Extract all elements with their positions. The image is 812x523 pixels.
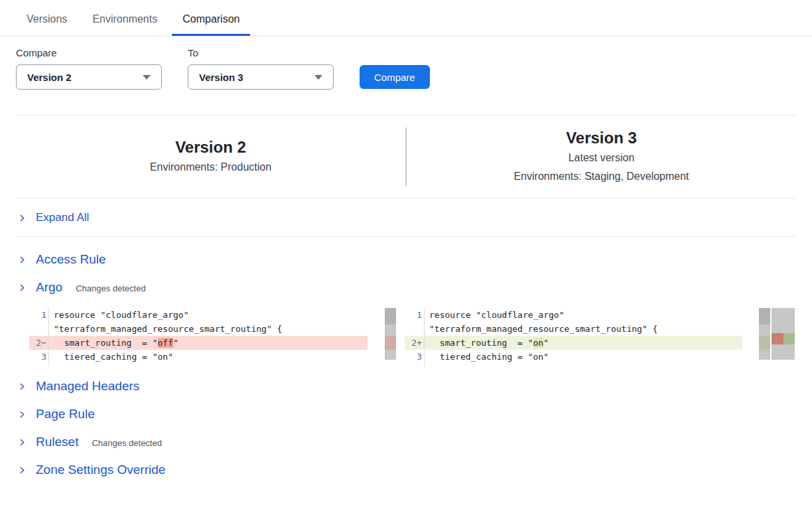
line-number: 1 — [417, 310, 422, 320]
line-number: 2 — [36, 338, 41, 348]
code-text: smart_routing = "off" — [49, 338, 178, 348]
scrollbar[interactable] — [759, 308, 770, 360]
diff-line: "terraform_managed_resource_smart_routin… — [29, 322, 368, 336]
left-version-title: Version 2 — [16, 137, 405, 157]
to-field: To Version 3 — [188, 47, 334, 90]
compare-version-select[interactable]: Version 2 — [16, 64, 162, 90]
minimap-added-marker — [783, 333, 795, 344]
chevron-right-icon — [18, 438, 27, 447]
line-number: 3 — [417, 352, 422, 362]
code-text: resource "cloudflare_argo" — [49, 310, 189, 320]
scrollbar[interactable] — [385, 308, 396, 360]
chevron-right-icon — [18, 256, 27, 264]
right-version-environments: Environments: Staging, Development — [407, 167, 796, 186]
compare-field: Compare Version 2 — [16, 47, 162, 90]
code-text: } — [425, 366, 435, 366]
changes-detected-badge: Changes detected — [92, 438, 162, 448]
left-version-environments: Environments: Production — [16, 158, 405, 177]
section-managed-headers[interactable]: Managed Headers — [16, 372, 796, 400]
diff-line: } — [29, 364, 368, 366]
chevron-down-icon — [314, 75, 322, 80]
added-word-highlight: on — [533, 338, 544, 348]
diff-panel-old: 1 resource "cloudflare_argo" "terraform_… — [29, 308, 396, 366]
compare-version-value: Version 2 — [27, 72, 72, 83]
chevron-right-icon — [18, 283, 27, 292]
section-label: Managed Headers — [36, 379, 139, 394]
code-text: resource "cloudflare_argo" — [425, 310, 565, 320]
scrollbar-thumb[interactable] — [759, 308, 770, 325]
chevron-down-icon — [143, 75, 151, 80]
section-label: Page Rule — [36, 407, 95, 421]
diff-line: 1 resource "cloudflare_argo" — [405, 308, 742, 322]
code-text: "terraform_managed_resource_smart_routin… — [49, 324, 282, 334]
tab-comparison[interactable]: Comparison — [172, 8, 250, 36]
section-page-rule[interactable]: Page Rule — [16, 400, 796, 428]
section-label: Access Rule — [36, 252, 106, 267]
expand-all-label: Expand All — [36, 211, 89, 224]
line-number: 2 — [411, 338, 417, 348]
code-text: tiered_caching = "on" — [49, 352, 173, 362]
tab-bar: Versions Environments Comparison — [0, 8, 812, 37]
code-lines: 1 resource "cloudflare_argo" "terraform_… — [29, 308, 368, 366]
section-zone-settings-override[interactable]: Zone Settings Override — [16, 456, 796, 484]
compare-button[interactable]: Compare — [360, 65, 430, 89]
diff-line: "terraform_managed_resource_smart_routin… — [405, 322, 742, 336]
diff-line: 1 resource "cloudflare_argo" — [29, 308, 368, 322]
chevron-right-icon — [18, 410, 27, 419]
removed-word-highlight: off — [158, 338, 173, 348]
to-version-select[interactable]: Version 3 — [188, 64, 334, 90]
scrollbar-thumb[interactable] — [385, 308, 396, 325]
version-header-right: Version 3 Latest version Environments: S… — [407, 127, 796, 185]
diff-line: } — [405, 364, 742, 366]
code-text: tiered_caching = "on" — [425, 352, 549, 362]
scrollbar-removed-tint — [385, 336, 396, 350]
version-headers: Version 2 Environments: Production Versi… — [16, 115, 796, 198]
section-label: Argo — [36, 280, 62, 295]
diff-panel-new: 1 resource "cloudflare_argo" "terraform_… — [405, 308, 795, 366]
diff-minimap[interactable] — [772, 308, 795, 360]
code-text: smart_routing = "on" — [425, 338, 549, 348]
right-version-latest: Latest version — [407, 149, 796, 167]
argo-diff: 1 resource "cloudflare_argo" "terraform_… — [0, 308, 812, 366]
chevron-right-icon — [18, 466, 27, 475]
removed-sign: − — [41, 338, 46, 348]
diff-line-removed: 2− smart_routing = "off" — [29, 336, 368, 350]
diff-line: 3 tiered_caching = "on" — [29, 350, 368, 364]
changes-detected-badge: Changes detected — [76, 283, 146, 293]
diff-line-added: 2+ smart_routing = "on" — [405, 336, 742, 350]
right-version-title: Version 3 — [407, 127, 796, 148]
expand-all-row[interactable]: Expand All — [16, 198, 796, 236]
to-field-label: To — [188, 47, 334, 58]
section-label: Zone Settings Override — [36, 463, 165, 477]
scrollbar-added-tint — [759, 336, 770, 350]
tab-environments[interactable]: Environments — [82, 8, 168, 36]
line-number: 1 — [41, 310, 46, 320]
section-label: Ruleset — [36, 435, 78, 449]
code-text: "terraform_managed_resource_smart_routin… — [425, 324, 657, 334]
compare-field-label: Compare — [16, 47, 162, 58]
diff-line: 3 tiered_caching = "on" — [405, 350, 742, 364]
to-version-value: Version 3 — [199, 72, 243, 83]
chevron-right-icon — [18, 382, 27, 391]
compare-controls: Compare Version 2 To Version 3 Compare — [16, 47, 796, 90]
minimap-removed-marker — [772, 333, 783, 344]
section-ruleset[interactable]: Ruleset Changes detected — [16, 428, 796, 456]
added-sign: + — [417, 338, 422, 348]
line-number: 3 — [41, 352, 46, 362]
section-access-rule[interactable]: Access Rule — [16, 246, 796, 273]
chevron-right-icon — [18, 214, 27, 222]
version-header-left: Version 2 Environments: Production — [16, 137, 405, 176]
code-text: } — [49, 366, 59, 366]
section-argo[interactable]: Argo Changes detected — [16, 273, 796, 301]
tab-versions[interactable]: Versions — [16, 8, 78, 36]
code-lines: 1 resource "cloudflare_argo" "terraform_… — [405, 308, 742, 366]
